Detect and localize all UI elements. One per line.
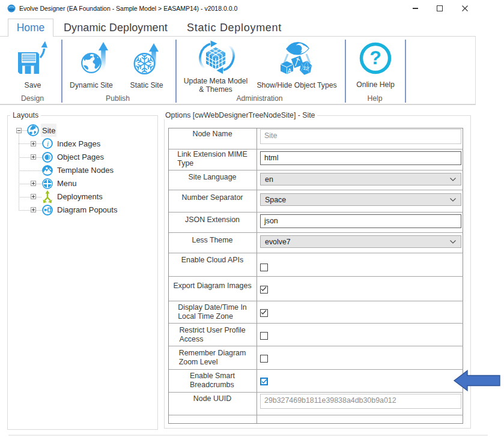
svg-text:i: i [47,140,49,148]
svg-text:?: ? [369,47,381,68]
svg-text:A: A [288,68,292,74]
